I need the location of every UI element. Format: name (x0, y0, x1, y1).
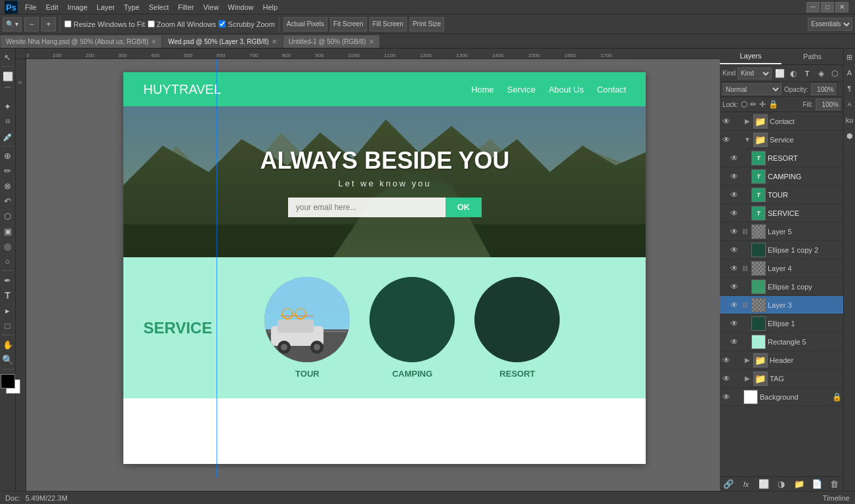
add-mask-btn[interactable]: ⬜ (758, 478, 770, 490)
fill-screen-btn[interactable]: Fill Screen (369, 17, 407, 32)
email-input[interactable] (288, 198, 446, 217)
menu-filter[interactable]: Filter (174, 2, 198, 12)
layer-vis-header[interactable]: 👁 (721, 355, 732, 366)
tab-untitled[interactable]: Untitled-1 @ 50% (RGB/8) ✕ (283, 35, 380, 48)
fx-btn[interactable]: fx (740, 478, 752, 490)
filter-adjust-icon[interactable]: ◐ (787, 68, 799, 79)
layer-vis-service-group[interactable]: 👁 (721, 135, 732, 145)
lock-all-icon[interactable]: 🔒 (768, 100, 778, 109)
zoom-all-label[interactable]: Zoom All Windows (148, 20, 216, 28)
layer-ellipse1[interactable]: 👁 Ellipse 1 (720, 314, 843, 333)
nav-service[interactable]: Service (507, 85, 535, 94)
layer-contact[interactable]: 👁 ▶ 📁 Contact (720, 112, 843, 131)
lock-pixels-icon[interactable]: ✏ (750, 100, 757, 109)
crop-tool[interactable]: ⌗ (1, 114, 15, 129)
layer-4[interactable]: 👁 ⛓ Layer 4 (720, 259, 843, 278)
layer-tour[interactable]: 👁 T TOUR (720, 186, 843, 204)
adjustment-btn[interactable]: ◑ (776, 478, 787, 490)
layer-vis-tour[interactable]: 👁 (729, 190, 740, 200)
zoom-in-btn[interactable]: + (41, 17, 56, 32)
fill-input[interactable] (816, 98, 841, 110)
lasso-tool[interactable]: ⌒ (1, 84, 15, 98)
nav-contact[interactable]: Contact (597, 85, 627, 94)
layer-vis-resort[interactable]: 👁 (729, 153, 740, 163)
nav-about[interactable]: About Us (549, 85, 583, 94)
blur-tool[interactable]: ◎ (1, 239, 15, 253)
tab-untitled-close[interactable]: ✕ (369, 38, 374, 45)
layer-vis-contact[interactable]: 👁 (721, 116, 732, 127)
layer-vis-camping[interactable]: 👁 (729, 171, 740, 182)
blend-mode-select[interactable]: Normal (722, 83, 782, 95)
lock-position-icon[interactable]: ✛ (759, 100, 766, 109)
delete-layer-btn[interactable]: 🗑 (829, 478, 841, 490)
menu-help[interactable]: Help (259, 2, 282, 12)
history-brush-tool[interactable]: ↶ (1, 194, 15, 208)
add-link-btn[interactable]: 🔗 (722, 478, 734, 490)
layer-5[interactable]: 👁 ⛓ Layer 5 (720, 222, 843, 241)
layer-tag-group[interactable]: 👁 ▶ 📁 TAG (720, 369, 843, 388)
menu-edit[interactable]: Edit (42, 2, 62, 12)
zoom-tool[interactable]: 🔍 (1, 352, 15, 367)
menu-type[interactable]: Type (120, 2, 144, 12)
close-button[interactable]: ✕ (835, 2, 848, 12)
fit-screen-btn[interactable]: Fit Screen (330, 17, 367, 32)
menu-view[interactable]: View (199, 2, 223, 12)
menu-image[interactable]: Image (64, 2, 92, 12)
kind-select[interactable]: Kind (738, 68, 772, 79)
foreground-color-swatch[interactable] (1, 374, 15, 388)
panel-toggle-2[interactable]: A (845, 66, 855, 80)
layer-vis-tag[interactable]: 👁 (721, 373, 732, 384)
quick-select-tool[interactable]: ✦ (1, 99, 15, 114)
new-group-btn[interactable]: 📁 (793, 478, 805, 490)
tab-wed-close[interactable]: ✕ (272, 38, 277, 45)
actual-pixels-btn[interactable]: Actual Pixels (283, 17, 327, 32)
resize-windows-label[interactable]: Resize Windows to Fit (64, 20, 145, 28)
hand-tool[interactable]: ✋ (1, 337, 15, 352)
layer-service-group[interactable]: 👁 ▼ 📁 Service (720, 131, 843, 149)
marquee-tool[interactable]: ⬜ (1, 69, 15, 83)
layer-background[interactable]: 👁 Background 🔒 (720, 388, 843, 406)
filter-type-icon[interactable]: T (801, 68, 813, 79)
panel-toggle-5[interactable]: ku (845, 113, 855, 127)
layer-vis-bg[interactable]: 👁 (721, 392, 732, 402)
menu-select[interactable]: Select (145, 2, 173, 12)
tab-wed[interactable]: Wed.psd @ 50% (Layer 3, RGB/8) ✕ (162, 35, 282, 48)
opacity-input[interactable] (811, 83, 836, 95)
layer-header-group[interactable]: 👁 ▶ 📁 Header (720, 351, 843, 369)
layer-vis-e1c2[interactable]: 👁 (729, 245, 740, 255)
menu-layer[interactable]: Layer (93, 2, 119, 12)
expand-tag[interactable]: ▶ (743, 375, 751, 383)
clone-tool[interactable]: ⊗ (1, 178, 15, 193)
tab-website[interactable]: Wesite Nha Hang.psd @ 50% (About us, RGB… (0, 35, 162, 48)
layer-vis-r5[interactable]: 👁 (729, 337, 740, 347)
workspace-select[interactable]: Essentials (808, 18, 852, 31)
gradient-tool[interactable]: ▣ (1, 224, 15, 238)
canvas-content[interactable]: HUYTRAVEL Home Service About Us Contact (26, 59, 720, 478)
tab-layers[interactable]: Layers (720, 49, 782, 64)
resize-windows-checkbox[interactable] (64, 20, 72, 28)
layer-3[interactable]: 👁 ⛓ Layer 3 (720, 296, 843, 314)
layer-service-text[interactable]: 👁 T SERVICE (720, 204, 843, 222)
path-select-tool[interactable]: ▸ (1, 303, 15, 318)
panel-toggle-1[interactable]: ⊞ (845, 50, 855, 64)
eyedropper-tool[interactable]: 💉 (1, 129, 15, 144)
zoom-all-checkbox[interactable] (148, 20, 155, 28)
tab-paths[interactable]: Paths (782, 49, 843, 64)
expand-header[interactable]: ▶ (743, 356, 751, 364)
print-size-btn[interactable]: Print Size (409, 17, 444, 32)
brush-tool[interactable]: ✏ (1, 163, 15, 178)
menu-window[interactable]: Window (224, 2, 257, 12)
ok-button[interactable]: OK (446, 198, 482, 217)
panel-toggle-6[interactable]: ⬢ (845, 129, 855, 143)
scrubby-zoom-label[interactable]: Scrubby Zoom (219, 20, 275, 28)
layer-vis-e1c[interactable]: 👁 (729, 282, 740, 292)
scrubby-zoom-checkbox[interactable] (219, 20, 226, 28)
layer-rectangle5[interactable]: 👁 Rectangle 5 (720, 333, 843, 351)
layer-resort[interactable]: 👁 T RESORT (720, 149, 843, 167)
spot-heal-tool[interactable]: ⊕ (1, 148, 15, 163)
expand-service[interactable]: ▼ (743, 136, 751, 144)
layer-vis-3[interactable]: 👁 (729, 300, 740, 310)
zoom-out-btn[interactable]: − (24, 17, 39, 32)
layer-vis-service-text[interactable]: 👁 (729, 208, 740, 219)
layer-vis-5[interactable]: 👁 (729, 226, 740, 237)
